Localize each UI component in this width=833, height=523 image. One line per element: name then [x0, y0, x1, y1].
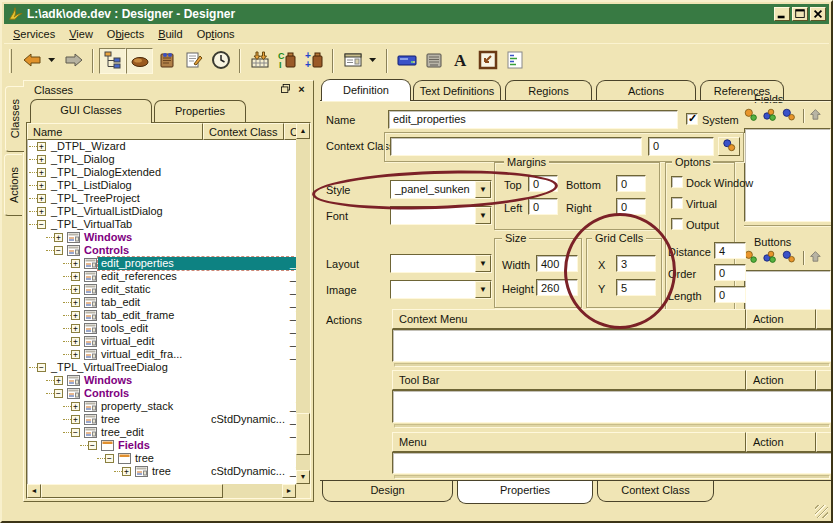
chevron-down-icon[interactable]: ▼	[475, 207, 491, 224]
window-list-button[interactable]	[339, 48, 366, 74]
close-panel-icon[interactable]: ×	[294, 83, 309, 97]
context-class-picker-button[interactable]	[718, 137, 740, 156]
tree-row-tree-edit[interactable]: −tree_edit_T	[27, 426, 296, 439]
tree-row-tpl-dialogextended[interactable]: +_TPL_DialogExtended	[27, 166, 296, 179]
menu-build[interactable]: Build	[153, 26, 191, 42]
output-checkbox[interactable]	[671, 218, 683, 230]
side-tab-actions[interactable]: Actions	[4, 154, 22, 216]
side-tab-classes[interactable]: Classes	[5, 86, 24, 152]
design-tool-button[interactable]	[126, 48, 153, 74]
scroll-down-icon[interactable]: ▼	[296, 470, 310, 484]
history-clock-button[interactable]	[207, 48, 234, 74]
expand-icon[interactable]: +	[71, 337, 80, 346]
tree-row-virtual-edit-fra[interactable]: +virtual_edit_fra..._T	[27, 348, 296, 361]
tab-regions[interactable]: Regions	[505, 80, 592, 100]
tree-row-fields[interactable]: −Fields	[27, 439, 296, 452]
tree-row-edit-references[interactable]: +edit_references_T	[27, 270, 296, 283]
context-menu-table-body[interactable]	[392, 329, 832, 362]
minimize-button[interactable]	[774, 7, 790, 21]
margin-right-input[interactable]: 0	[616, 198, 646, 215]
collapse-icon[interactable]: −	[71, 428, 80, 437]
layout-combo[interactable]: ▼	[390, 254, 492, 273]
expand-icon[interactable]: +	[71, 402, 80, 411]
forward-button[interactable]	[60, 48, 87, 74]
link-field-icon[interactable]	[782, 108, 798, 124]
tree-row-tab-edit-frame[interactable]: +tab_edit_frame_T	[27, 309, 296, 322]
bottom-tab-properties[interactable]: Properties	[457, 481, 593, 504]
column-header-name[interactable]: Name	[27, 123, 203, 140]
memory-device-button[interactable]	[420, 48, 447, 74]
expand-icon[interactable]: +	[54, 233, 63, 242]
context-menu-column-header[interactable]: Context Menu	[392, 309, 746, 329]
image-link-button[interactable]	[474, 48, 501, 74]
expand-icon[interactable]: +	[37, 142, 46, 151]
buttons-list[interactable]	[744, 270, 831, 314]
expand-icon[interactable]: +	[37, 207, 46, 216]
tool-bar-table-body[interactable]	[392, 390, 832, 423]
expand-icon[interactable]: +	[71, 311, 80, 320]
tree-row-tree[interactable]: +treecStdDynamic..._T	[27, 413, 296, 426]
fields-list[interactable]	[744, 128, 831, 222]
tree-row-tpl-dialog[interactable]: +_TPL_Dialog	[27, 153, 296, 166]
link-field-icon[interactable]	[782, 250, 798, 266]
font-combo[interactable]: ▼	[390, 206, 492, 225]
expand-icon[interactable]: +	[71, 350, 80, 359]
grid-x-input[interactable]: 3	[616, 255, 656, 272]
collapse-icon[interactable]: −	[54, 246, 63, 255]
tree-row-tpl-virtualtab[interactable]: −_TPL_VirtualTab	[27, 218, 296, 231]
tree-row-property-stack[interactable]: +property_stack_T	[27, 400, 296, 413]
dock-window-checkbox[interactable]	[671, 176, 683, 188]
add-field-icon[interactable]	[744, 250, 760, 266]
tree-row-controls[interactable]: −Controls	[27, 244, 296, 257]
column-header-context-class[interactable]: Context Class	[203, 123, 284, 140]
tree-row-virtual-edit[interactable]: +virtual_edit_T	[27, 335, 296, 348]
menu-objects[interactable]: Objects	[102, 26, 153, 42]
tool-bar-scrollbar[interactable]	[394, 424, 830, 428]
tree-row-edit-static[interactable]: +edit_static_T	[27, 283, 296, 296]
disk-drive-button[interactable]	[393, 48, 420, 74]
close-button[interactable]	[810, 7, 826, 21]
height-input[interactable]: 260	[536, 279, 578, 296]
classes-tab-gui-classes[interactable]: GUI Classes	[30, 99, 152, 123]
order-input[interactable]: 0	[714, 264, 746, 281]
tree-row-tree[interactable]: +treecStdDynamic..._T	[27, 465, 296, 478]
maximize-button[interactable]	[792, 7, 808, 21]
tab-actions[interactable]: Actions	[596, 80, 696, 100]
margin-bottom-input[interactable]: 0	[616, 175, 646, 192]
menu-table-body[interactable]	[392, 452, 832, 474]
window-list-dropdown-button[interactable]	[366, 48, 381, 74]
tab-definition[interactable]: Definition	[321, 79, 411, 101]
expand-icon[interactable]: +	[37, 168, 46, 177]
tree-row-tab-edit[interactable]: +tab_edit_T	[27, 296, 296, 309]
grid-y-input[interactable]: 5	[616, 279, 656, 296]
font-button[interactable]: A	[447, 48, 474, 74]
tab-text-definitions[interactable]: Text Definitions	[413, 80, 501, 100]
scroll-thumb[interactable]	[41, 484, 223, 498]
expand-icon[interactable]: +	[71, 259, 80, 268]
menu-column-header[interactable]: Menu	[392, 432, 746, 452]
back-dropdown-button[interactable]	[45, 48, 60, 74]
context-class-input[interactable]	[390, 137, 642, 156]
menu-options[interactable]: Options	[192, 26, 244, 42]
scroll-thumb[interactable]	[296, 413, 310, 455]
tree-row-windows[interactable]: +Windows	[27, 231, 296, 244]
expand-icon[interactable]: +	[71, 298, 80, 307]
add-item-button[interactable]: ++	[300, 48, 327, 74]
insert-field-icon[interactable]	[763, 250, 779, 266]
expand-icon[interactable]: +	[122, 467, 131, 476]
move-up-icon[interactable]	[809, 250, 825, 266]
expand-icon[interactable]: +	[71, 324, 80, 333]
virtual-checkbox[interactable]	[671, 197, 683, 209]
bottom-tab-design[interactable]: Design	[322, 481, 453, 502]
tree-row-tpl-virtualtreedialog[interactable]: −_TPL_VirtualTreeDialog	[27, 361, 296, 374]
expand-icon[interactable]: +	[71, 285, 80, 294]
vertical-scrollbar[interactable]: ▲ ▼	[296, 123, 310, 484]
tool-bar-action-column-header[interactable]: Action	[746, 370, 816, 390]
tree-row-tpl-listdialog[interactable]: +_TPL_ListDialog	[27, 179, 296, 192]
move-up-icon[interactable]	[809, 108, 825, 124]
margin-left-input[interactable]: 0	[528, 198, 558, 215]
tree-row-tpl-virtuallistdialog[interactable]: +_TPL_VirtualListDialog	[27, 205, 296, 218]
class-interface-button[interactable]: CI	[273, 48, 300, 74]
image-combo[interactable]: ▼	[390, 280, 492, 299]
tree-row-dtpl-wizard[interactable]: +_DTPL_Wizard	[27, 140, 296, 153]
